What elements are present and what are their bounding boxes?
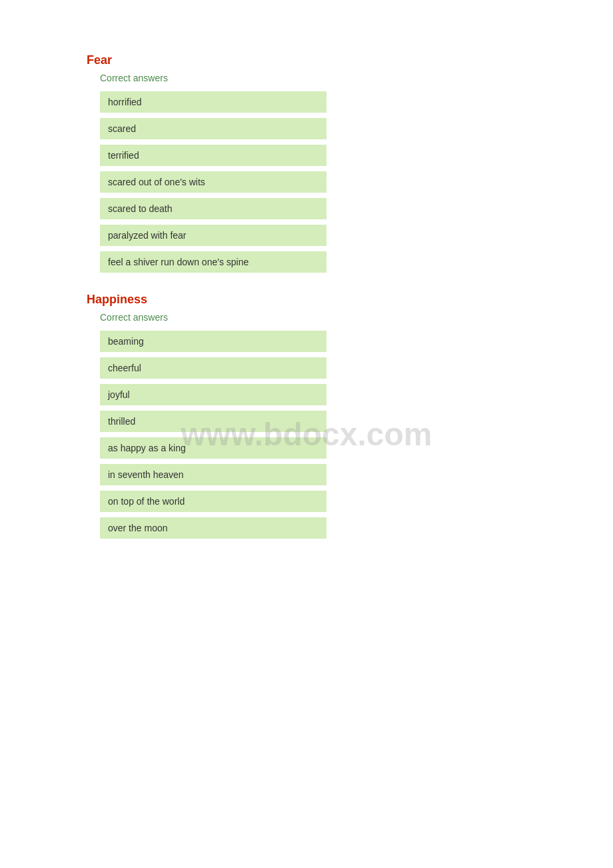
section-title-fear: Fear <box>87 53 526 67</box>
answer-item: feel a shiver run down one's spine <box>100 251 326 273</box>
answer-item: horrified <box>100 91 326 113</box>
answers-list-fear: horrifiedscaredterrifiedscared out of on… <box>100 91 526 273</box>
section-fear: FearCorrect answershorrifiedscaredterrif… <box>87 53 526 273</box>
answer-item: scared <box>100 118 326 139</box>
section-happiness: HappinessCorrect answersbeamingcheerfulj… <box>87 293 526 539</box>
correct-answers-label-happiness: Correct answers <box>100 312 526 323</box>
answer-item: scared out of one's wits <box>100 171 326 193</box>
answers-list-happiness: beamingcheerfuljoyfulthrilledas happy as… <box>100 331 526 539</box>
sections-container: FearCorrect answershorrifiedscaredterrif… <box>87 53 526 539</box>
answer-item: joyful <box>100 384 326 405</box>
answer-item: beaming <box>100 331 326 352</box>
answer-item: over the moon <box>100 517 326 539</box>
answer-item: thrilled <box>100 411 326 432</box>
answer-item: paralyzed with fear <box>100 225 326 246</box>
answer-item: scared to death <box>100 198 326 219</box>
page-container: FearCorrect answershorrifiedscaredterrif… <box>0 0 613 612</box>
answer-item: terrified <box>100 145 326 166</box>
answer-item: as happy as a king <box>100 437 326 459</box>
answer-item: in seventh heaven <box>100 464 326 485</box>
answer-item: on top of the world <box>100 491 326 512</box>
correct-answers-label-fear: Correct answers <box>100 73 526 83</box>
answer-item: cheerful <box>100 357 326 379</box>
section-title-happiness: Happiness <box>87 293 526 307</box>
